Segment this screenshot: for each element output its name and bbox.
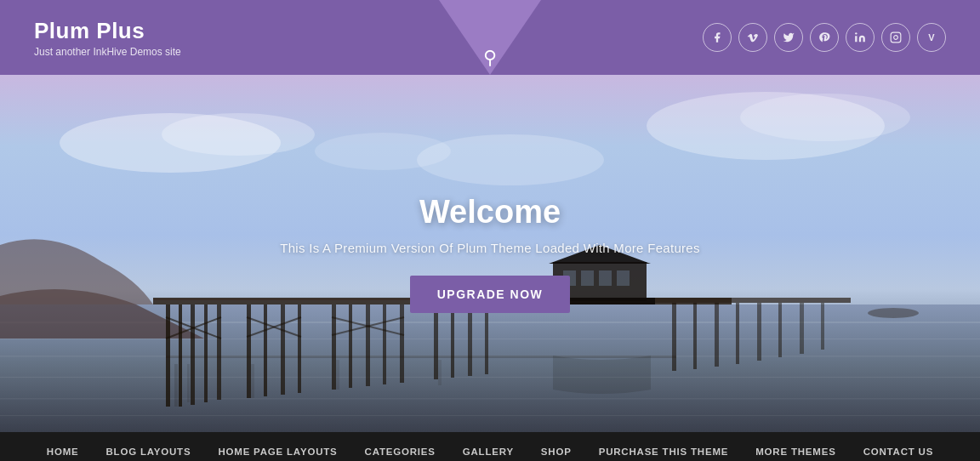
- site-tagline: Just another InkHive Demos site: [34, 46, 181, 58]
- nav-blog-layouts[interactable]: BLOG LAYOUTS: [93, 432, 205, 461]
- svg-rect-60: [187, 364, 190, 402]
- svg-rect-50: [672, 303, 676, 371]
- svg-rect-28: [281, 304, 285, 395]
- svg-rect-12: [0, 339, 980, 339]
- svg-point-64: [868, 308, 919, 318]
- vimeo-icon[interactable]: [738, 23, 767, 52]
- svg-point-5: [162, 113, 315, 156]
- pinterest-icon[interactable]: [810, 23, 839, 52]
- upgrade-now-button[interactable]: UPGRADE NOW: [410, 276, 571, 313]
- vine-icon[interactable]: V: [917, 23, 946, 52]
- hero-subtitle: This Is A Premium Version Of Plum Theme …: [280, 241, 700, 255]
- svg-rect-15: [0, 398, 980, 400]
- facebook-icon[interactable]: [703, 23, 732, 52]
- svg-rect-41: [468, 304, 472, 376]
- svg-rect-61: [251, 364, 254, 398]
- twitter-icon[interactable]: [774, 23, 803, 52]
- header-right: V: [703, 23, 946, 52]
- svg-rect-36: [400, 304, 404, 383]
- nav-home-page-layouts[interactable]: HOME PAGE LAYOUTS: [204, 432, 350, 461]
- svg-rect-1: [891, 32, 901, 43]
- svg-rect-22: [204, 304, 208, 402]
- svg-rect-21: [191, 304, 195, 405]
- nav-gallery[interactable]: GALLERY: [449, 432, 527, 461]
- svg-rect-40: [451, 304, 454, 378]
- svg-rect-33: [349, 304, 352, 388]
- svg-rect-34: [366, 304, 370, 386]
- social-icons-group: V: [703, 23, 946, 52]
- hero-content: Welcome This Is A Premium Version Of Plu…: [280, 194, 700, 313]
- site-title: Plum Plus: [34, 18, 181, 44]
- instagram-icon[interactable]: [881, 23, 910, 52]
- svg-point-0: [855, 32, 857, 34]
- nav-categories[interactable]: CATEGORIES: [351, 432, 449, 461]
- svg-point-9: [315, 133, 451, 170]
- svg-rect-16: [0, 415, 980, 416]
- nav-more-themes[interactable]: MORE THEMES: [742, 432, 849, 461]
- svg-rect-63: [438, 360, 442, 385]
- nav-purchase-theme[interactable]: PURCHASE THIS THEME: [585, 432, 743, 461]
- nav-home[interactable]: HOME: [33, 432, 93, 461]
- site-header: Plum Plus Just another InkHive Demos sit…: [0, 0, 980, 75]
- svg-rect-54: [757, 303, 761, 361]
- hero-title: Welcome: [280, 194, 700, 230]
- search-button[interactable]: ⚲: [483, 26, 497, 90]
- svg-rect-56: [800, 303, 804, 354]
- navigation-bar: HOME BLOG LAYOUTS HOME PAGE LAYOUTS CATE…: [0, 432, 980, 461]
- svg-rect-59: [174, 364, 178, 407]
- svg-rect-58: [166, 356, 676, 358]
- svg-point-7: [740, 94, 910, 141]
- svg-rect-35: [383, 304, 386, 384]
- svg-rect-62: [336, 360, 339, 390]
- svg-rect-57: [821, 303, 824, 350]
- svg-point-8: [417, 134, 604, 185]
- svg-rect-55: [778, 303, 782, 357]
- svg-rect-52: [715, 303, 719, 367]
- nav-shop[interactable]: SHOP: [527, 432, 585, 461]
- svg-rect-14: [0, 377, 980, 378]
- svg-rect-27: [264, 304, 267, 396]
- linkedin-icon[interactable]: [846, 23, 875, 52]
- hero-section: Welcome This Is A Premium Version Of Plu…: [0, 75, 980, 432]
- brand-area: Plum Plus Just another InkHive Demos sit…: [34, 18, 181, 58]
- nav-contact[interactable]: CONTACT US: [850, 432, 948, 461]
- svg-rect-53: [736, 303, 739, 364]
- svg-rect-39: [434, 304, 438, 379]
- svg-rect-42: [485, 304, 488, 374]
